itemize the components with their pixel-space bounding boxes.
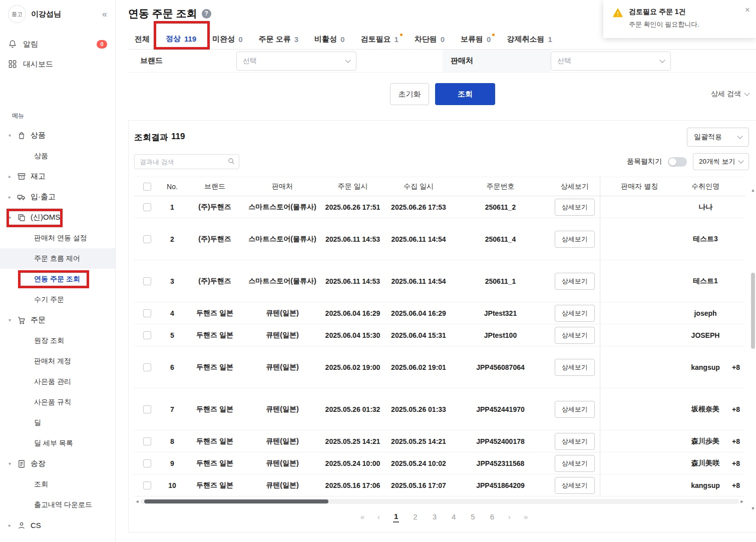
page-4-button[interactable]: 4 (451, 511, 457, 522)
tab-2[interactable]: 미완성0 (206, 29, 249, 49)
tab-5[interactable]: 검토필요1 (354, 29, 405, 49)
sidebar-item-dashboard[interactable]: 대시보드 (0, 54, 115, 74)
search-icon[interactable] (227, 157, 235, 167)
vertical-scroll-thumb[interactable] (751, 273, 755, 349)
sidebar-item-3-1[interactable]: 주문 흐름 제어 (0, 248, 115, 269)
page-5-button[interactable]: 5 (470, 511, 476, 522)
search-button[interactable]: 조회 (435, 83, 495, 105)
detail-button[interactable]: 상세보기 (555, 359, 595, 376)
sidebar-item-3-3[interactable]: 수기 주문 (0, 289, 115, 310)
prev-page-button[interactable]: ‹ (377, 512, 380, 521)
seller-select[interactable]: 선택 (551, 52, 671, 71)
row-checkbox[interactable] (143, 363, 151, 371)
page-6-button[interactable]: 6 (489, 511, 495, 522)
detail-button[interactable]: 상세보기 (555, 477, 595, 494)
tab-3[interactable]: 주문 오류3 (252, 29, 305, 49)
tab-0[interactable]: 전체 (128, 29, 156, 49)
close-icon[interactable]: × (745, 6, 750, 14)
sidebar-item-4-4[interactable]: 딜 (0, 412, 115, 433)
cell-seller: 큐텐(일본) (245, 388, 319, 430)
page-3-button[interactable]: 3 (432, 511, 438, 522)
page-1-button[interactable]: 1 (393, 511, 399, 522)
scroll-right-icon[interactable]: ► (739, 499, 745, 504)
tab-4[interactable]: 비활성0 (308, 29, 351, 49)
sidebar-group-label: 상품 (31, 131, 46, 140)
tab-7[interactable]: 보류됨0 (454, 29, 497, 49)
row-checkbox[interactable] (143, 405, 151, 413)
row-checkbox[interactable] (143, 203, 151, 211)
scroll-up-icon[interactable]: ▲ (751, 187, 755, 194)
sidebar-group-0[interactable]: ▾상품 (0, 125, 115, 146)
toast-message: 주문 확인이 필요합니다. (629, 20, 699, 29)
tab-1[interactable]: 정상119 (159, 29, 203, 49)
cell-phone: +8 (732, 474, 745, 496)
last-page-button[interactable]: » (524, 512, 528, 521)
sidebar-group-2[interactable]: ▸입·출고 (0, 187, 115, 207)
page-2-button[interactable]: 2 (412, 511, 418, 522)
detail-button[interactable]: 상세보기 (555, 433, 595, 450)
help-icon[interactable]: ? (202, 9, 211, 19)
sidebar-item-4-3[interactable]: 사은품 규칙 (0, 392, 115, 412)
sidebar-group-3[interactable]: ▾(신)OMS (0, 207, 115, 228)
row-checkbox[interactable] (143, 277, 151, 285)
sidebar-item-4-2[interactable]: 사은품 관리 (0, 371, 115, 392)
sidebar-item-4-1[interactable]: 판매처 계정 (0, 351, 115, 371)
tab-8[interactable]: 강제취소됨1 (500, 29, 558, 49)
sidebar-collapse-button[interactable]: « (102, 9, 107, 20)
sidebar-group-6[interactable]: ▸CS (0, 515, 115, 535)
scroll-down-icon[interactable]: ▼ (751, 505, 755, 512)
row-checkbox[interactable] (143, 481, 151, 489)
sidebar-group-5[interactable]: ▾송장 (0, 453, 115, 474)
sidebar-group-1[interactable]: ▸재고 (0, 166, 115, 187)
page-size-select[interactable]: 20개씩 보기 (693, 153, 749, 170)
row-checkbox[interactable] (143, 459, 151, 467)
table-row: 3(주)두핸즈스마트스토어(물류사)2025.06.11 14:532025.0… (134, 260, 745, 302)
first-page-button[interactable]: « (360, 512, 364, 521)
sidebar-item-notifications[interactable]: 알림 0 (0, 34, 115, 54)
table-row: 9두핸즈 일본큐텐(일본)2025.05.24 10:002025.05.24 … (134, 452, 745, 474)
sidebar-group-4[interactable]: ▾주문 (0, 310, 115, 330)
select-all-checkbox[interactable] (143, 183, 151, 191)
brand-select[interactable]: 선택 (236, 52, 356, 71)
expand-items-toggle[interactable] (668, 157, 687, 167)
cell-no: 3 (160, 260, 184, 302)
advanced-search-toggle[interactable]: 상세 검색 (711, 90, 749, 99)
detail-button[interactable]: 상세보기 (555, 327, 595, 344)
cell-alias (600, 218, 679, 260)
orders-table: No.브랜드판매처주문 일시수집 일시주문번호상세보기판매자 별칭수취인명 1(… (134, 177, 745, 496)
brand-filter-cell: 선택 (236, 52, 443, 71)
row-checkbox[interactable] (143, 437, 151, 445)
sidebar-item-3-0[interactable]: 판매처 연동 설정 (0, 228, 115, 248)
sidebar-item-5-0[interactable]: 조회 (0, 474, 115, 494)
reset-button[interactable]: 초기화 (390, 83, 429, 105)
result-search-input[interactable] (134, 154, 239, 169)
detail-button[interactable]: 상세보기 (555, 231, 595, 248)
sidebar-item-0-0[interactable]: 상품 (0, 146, 115, 166)
bell-icon (8, 40, 17, 49)
row-checkbox[interactable] (143, 235, 151, 243)
horizontal-scroll-track[interactable] (140, 499, 739, 504)
sidebar-item-3-2[interactable]: 연동 주문 조회 (0, 269, 115, 289)
row-checkbox[interactable] (143, 309, 151, 317)
table-tools-right: 품목펼치기 20개씩 보기 (627, 153, 749, 170)
vertical-scrollbar: ▲ ▼ (749, 187, 756, 512)
row-checkbox[interactable] (143, 331, 151, 339)
table-row: 6두핸즈 일본큐텐(일본)2025.06.02 19:002025.06.02 … (134, 346, 745, 388)
horizontal-scroll-thumb[interactable] (144, 499, 328, 503)
sidebar-item-4-0[interactable]: 원장 조회 (0, 330, 115, 351)
dashboard-icon (8, 60, 17, 69)
sidebar-item-4-5[interactable]: 딜 세부 목록 (0, 433, 115, 453)
detail-button[interactable]: 상세보기 (555, 455, 595, 472)
detail-button[interactable]: 상세보기 (555, 199, 595, 216)
sidebar-item-5-1[interactable]: 출고내역 다운로드 (0, 494, 115, 515)
seller-filter-cell: 선택 (551, 52, 756, 71)
next-page-button[interactable]: › (508, 512, 511, 521)
detail-button[interactable]: 상세보기 (555, 273, 595, 290)
cell-seller: 큐텐(일본) (245, 452, 319, 474)
detail-button[interactable]: 상세보기 (555, 305, 595, 322)
vertical-scroll-track[interactable] (750, 194, 755, 505)
scroll-left-icon[interactable]: ◄ (134, 499, 140, 504)
detail-button[interactable]: 상세보기 (555, 401, 595, 418)
bulk-apply-select[interactable]: 일괄적용 (687, 128, 749, 147)
tab-6[interactable]: 차단됨0 (408, 29, 451, 49)
